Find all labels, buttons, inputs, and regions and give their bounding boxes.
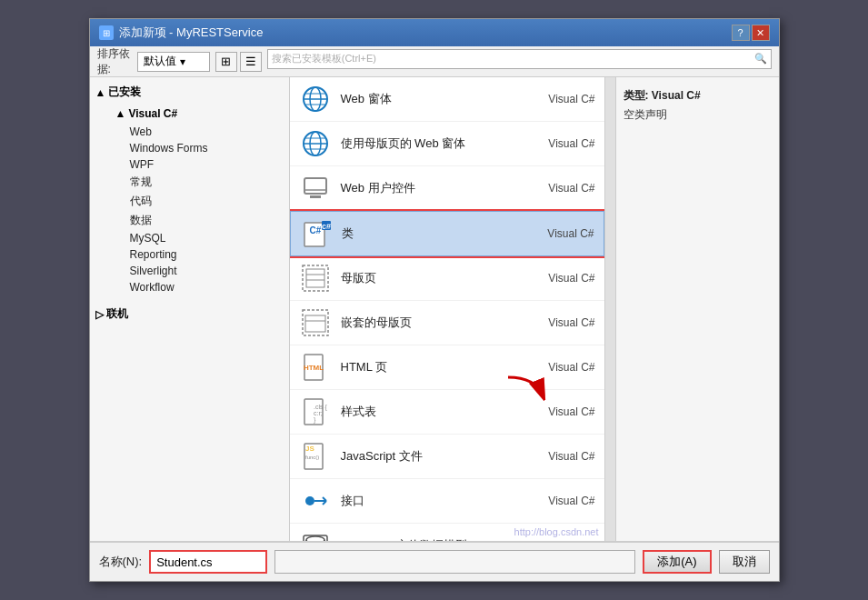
sidebar-item-MySQL[interactable]: MySQL: [110, 230, 289, 246]
template-icon: JSfunc(): [299, 440, 332, 473]
window-title: 添加新项 - MyRESTService: [119, 25, 264, 41]
title-bar-left: ⊞ 添加新项 - MyRESTService: [99, 25, 264, 41]
sidebar-item-代码[interactable]: 代码: [110, 192, 289, 211]
name-input-rest[interactable]: [274, 550, 635, 574]
template-category: Visual C#: [523, 137, 595, 150]
svg-text:c#: c#: [321, 222, 330, 231]
main-content: ▲ 已安装 ▲ Visual C# WebWindows FormsWPF常规代…: [90, 77, 779, 541]
sidebar-item-Reporting[interactable]: Reporting: [110, 246, 289, 263]
dialog-window: ⊞ 添加新项 - MyRESTService ? ✕ 排序依据: 默认值 ▾ ⊞…: [89, 18, 780, 582]
sidebar-item-Workflow[interactable]: Workflow: [110, 279, 289, 295]
svg-point-33: [305, 496, 314, 505]
title-controls: ? ✕: [732, 25, 770, 41]
template-category: Visual C#: [523, 316, 595, 329]
template-icon: [299, 172, 332, 205]
sidebar-item-数据[interactable]: 数据: [110, 211, 289, 230]
visual-cs-section: ▲ Visual C# WebWindows FormsWPF常规代码数据MyS…: [90, 104, 289, 295]
template-icon: [299, 262, 332, 295]
grid-icon: ⊞: [221, 55, 231, 68]
template-icon: C#c#: [300, 217, 333, 250]
name-input[interactable]: [149, 550, 267, 574]
template-icon: .cls { c:r;}: [299, 395, 332, 428]
template-name: 类: [342, 225, 513, 242]
template-category: Visual C#: [523, 272, 595, 285]
help-button[interactable]: ?: [732, 25, 750, 41]
svg-text:JS: JS: [305, 445, 314, 453]
close-button[interactable]: ✕: [752, 25, 770, 41]
svg-point-38: [306, 536, 324, 541]
template-name: 样式表: [341, 404, 514, 420]
scrollbar[interactable]: [604, 77, 615, 541]
template-name: Web 窗体: [341, 91, 514, 107]
template-icon: [299, 529, 332, 541]
right-panel: 类型: Visual C# 空类声明: [615, 77, 779, 541]
visual-cs-header[interactable]: ▲ Visual C#: [110, 104, 289, 124]
template-category: Visual C#: [523, 495, 595, 507]
template-icon: HTML: [299, 351, 332, 384]
grid-view-button[interactable]: ⊞: [215, 52, 237, 72]
template-name: 嵌套的母版页: [341, 315, 514, 331]
sort-dropdown[interactable]: 默认值 ▾: [137, 52, 210, 72]
template-category: Visual C#: [523, 405, 595, 418]
list-icon: ☰: [245, 55, 256, 68]
template-name: JavaScript 文件: [341, 448, 514, 465]
left-tree-items: WebWindows FormsWPF常规代码数据MySQLReportingS…: [110, 124, 289, 295]
template-icon: [299, 485, 332, 517]
sidebar-item-Web[interactable]: Web: [110, 124, 289, 140]
template-category: Visual C#: [523, 450, 595, 463]
svg-rect-18: [306, 269, 324, 287]
template-item[interactable]: C#c#类Visual C#: [290, 211, 604, 256]
installed-label: 已安装: [108, 85, 141, 100]
template-item[interactable]: Web 用户控件Visual C#: [290, 166, 604, 211]
left-panel: ▲ 已安装 ▲ Visual C# WebWindows FormsWPF常规代…: [90, 77, 290, 541]
template-name: 母版页: [341, 270, 514, 286]
svg-text:HTML: HTML: [303, 364, 323, 372]
bottom-bar: 名称(N): 添加(A) 取消: [90, 541, 779, 581]
right-info: 类型: Visual C# 空类声明: [624, 88, 772, 123]
template-name: 接口: [341, 493, 514, 509]
installed-header[interactable]: ▲ 已安装: [90, 81, 289, 104]
sidebar-item-Windows Forms[interactable]: Windows Forms: [110, 140, 289, 156]
cancel-button[interactable]: 取消: [719, 550, 770, 574]
template-category: Visual C#: [523, 361, 595, 374]
sidebar-item-常规[interactable]: 常规: [110, 173, 289, 192]
list-view-button[interactable]: ☰: [240, 52, 262, 72]
center-panel: Web 窗体Visual C#使用母版页的 Web 窗体Visual C#Web…: [290, 77, 604, 541]
template-name: 使用母版页的 Web 窗体: [341, 135, 514, 152]
add-button[interactable]: 添加(A): [643, 550, 711, 574]
toolbar-search-box[interactable]: 搜索已安装模板(Ctrl+E) 🔍: [267, 49, 772, 69]
sidebar-item-WPF[interactable]: WPF: [110, 156, 289, 173]
online-header[interactable]: ▷ 联机: [90, 303, 289, 325]
svg-text:C#: C#: [309, 225, 321, 235]
online-label: 联机: [106, 306, 128, 322]
template-item[interactable]: 嵌套的母版页Visual C#: [290, 301, 604, 345]
template-category: Visual C#: [523, 93, 595, 105]
toolbar-search-placeholder: 搜索已安装模板(Ctrl+E): [272, 52, 376, 65]
search-icon: 🔍: [754, 53, 767, 65]
title-bar: ⊞ 添加新项 - MyRESTService ? ✕: [90, 19, 779, 46]
center-wrapper: Web 窗体Visual C#使用母版页的 Web 窗体Visual C#Web…: [290, 77, 615, 541]
template-category: Visual C#: [523, 539, 595, 541]
dropdown-arrow-icon: ▾: [180, 55, 185, 68]
online-expand-icon: ▷: [95, 308, 104, 321]
template-item[interactable]: JSfunc()JavaScript 文件Visual C#: [290, 435, 604, 479]
template-name: ADO.NET 实体数据模型: [341, 537, 514, 541]
view-icons: ⊞ ☰: [215, 52, 262, 72]
type-label: 类型: Visual C#: [624, 88, 772, 104]
template-item[interactable]: .cls { c:r;}样式表Visual C#: [290, 390, 604, 435]
template-item[interactable]: 接口Visual C#: [290, 479, 604, 524]
sort-value: 默认值: [144, 54, 176, 69]
template-item[interactable]: HTMLHTML 页Visual C#: [290, 345, 604, 390]
template-item[interactable]: 母版页Visual C#: [290, 256, 604, 301]
installed-expand-icon: ▲: [95, 86, 106, 99]
watermark: http://blog.csdn.net: [514, 526, 599, 537]
online-section: ▷ 联机: [90, 299, 289, 329]
svg-rect-10: [304, 178, 326, 194]
app-icon: ⊞: [99, 25, 114, 40]
toolbar: 排序依据: 默认值 ▾ ⊞ ☰ 搜索已安装模板(Ctrl+E) 🔍: [90, 46, 779, 77]
sidebar-item-Silverlight[interactable]: Silverlight: [110, 263, 289, 279]
visual-cs-expand-icon: ▲: [115, 107, 126, 120]
template-icon: [299, 306, 332, 339]
template-item[interactable]: Web 窗体Visual C#: [290, 77, 604, 122]
template-item[interactable]: 使用母版页的 Web 窗体Visual C#: [290, 122, 604, 166]
